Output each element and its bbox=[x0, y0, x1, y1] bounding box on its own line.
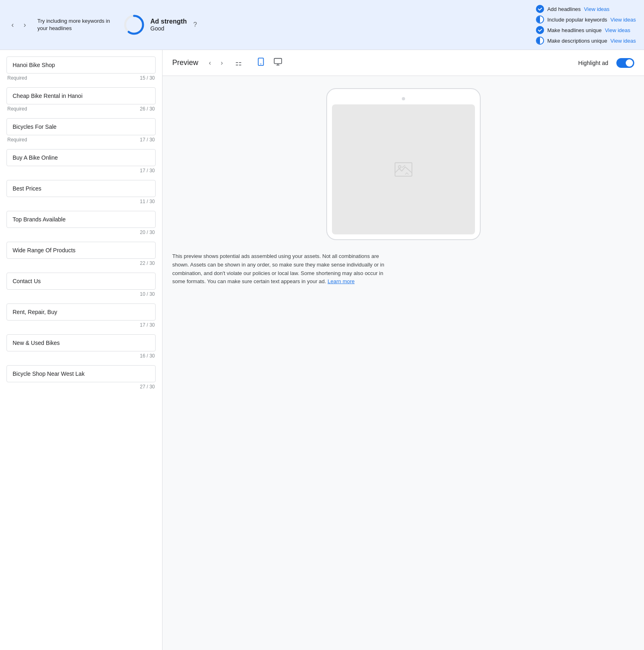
headline-meta-6: 20 / 30 bbox=[7, 228, 156, 240]
headline-required-3: Required bbox=[7, 137, 27, 143]
headline-input-2[interactable] bbox=[7, 87, 156, 104]
headline-meta-5: 11 / 30 bbox=[7, 197, 156, 209]
headline-meta-11: 27 / 30 bbox=[7, 382, 156, 394]
headline-group-8: 10 / 30 bbox=[7, 273, 156, 302]
next-arrow[interactable]: › bbox=[20, 19, 29, 31]
headline-group-3: Required 17 / 30 bbox=[7, 118, 156, 147]
suggestion-unique-headlines: Make headlines unique View ideas bbox=[536, 26, 636, 34]
headline-input-6[interactable] bbox=[7, 211, 156, 228]
headline-input-9[interactable] bbox=[7, 303, 156, 321]
tip-text: Try including more keywords in your head… bbox=[37, 17, 111, 32]
ad-strength-level: Good bbox=[150, 25, 187, 32]
help-icon[interactable]: ? bbox=[193, 21, 197, 28]
suggestion-add-headlines: Add headlines View ideas bbox=[536, 5, 636, 13]
headline-input-10[interactable] bbox=[7, 334, 156, 351]
headline-meta-7: 22 / 30 bbox=[7, 259, 156, 271]
headline-group-5: 11 / 30 bbox=[7, 180, 156, 209]
svg-point-8 bbox=[398, 166, 401, 168]
checkmark-icon-half-2 bbox=[536, 37, 544, 45]
desktop-device-btn[interactable] bbox=[270, 56, 286, 70]
headline-input-3[interactable] bbox=[7, 118, 156, 135]
checkmark-icon-filled-2 bbox=[536, 26, 544, 34]
checkmark-icon-half-1 bbox=[536, 15, 544, 24]
preview-title: Preview bbox=[172, 58, 198, 67]
left-panel: Required 15 / 30 Required 26 / 30 Requir… bbox=[0, 50, 163, 650]
svg-rect-4 bbox=[274, 58, 282, 64]
main-layout: Required 15 / 30 Required 26 / 30 Requir… bbox=[0, 50, 644, 650]
mobile-device-btn[interactable] bbox=[253, 56, 269, 70]
preview-view-btns: ⚏ bbox=[232, 57, 245, 69]
suggestion-label-add-headlines: Add headlines bbox=[547, 6, 581, 12]
headline-count-5: 11 / 30 bbox=[140, 199, 155, 204]
headline-meta-2: Required 26 / 30 bbox=[7, 104, 156, 117]
headline-input-11[interactable] bbox=[7, 365, 156, 382]
highlight-label: Highlight ad bbox=[578, 60, 608, 66]
headline-count-9: 17 / 30 bbox=[140, 322, 155, 328]
headline-input-1[interactable] bbox=[7, 56, 156, 74]
suggestion-popular-keywords: Include popular keywords View ideas bbox=[536, 15, 636, 24]
circle-progress bbox=[123, 13, 145, 36]
tablet-mockup bbox=[326, 88, 481, 240]
headline-group-1: Required 15 / 30 bbox=[7, 56, 156, 86]
headline-count-11: 27 / 30 bbox=[140, 384, 155, 390]
view-ideas-link-unique-descriptions[interactable]: View ideas bbox=[610, 38, 636, 44]
prev-arrow[interactable]: ‹ bbox=[8, 19, 17, 31]
headline-count-4: 17 / 30 bbox=[140, 168, 155, 173]
headline-required-2: Required bbox=[7, 106, 27, 112]
tablet-screen bbox=[332, 104, 475, 234]
headline-input-5[interactable] bbox=[7, 180, 156, 197]
headline-count-6: 20 / 30 bbox=[140, 230, 155, 235]
headline-meta-10: 16 / 30 bbox=[7, 351, 156, 364]
suggestion-label-popular-keywords: Include popular keywords bbox=[547, 17, 607, 23]
headline-count-7: 22 / 30 bbox=[140, 260, 155, 266]
headline-group-9: 17 / 30 bbox=[7, 303, 156, 333]
headline-group-7: 22 / 30 bbox=[7, 242, 156, 271]
headline-input-7[interactable] bbox=[7, 242, 156, 259]
headline-input-4[interactable] bbox=[7, 149, 156, 166]
headline-meta-1: Required 15 / 30 bbox=[7, 74, 156, 86]
suggestion-label-unique-headlines: Make headlines unique bbox=[547, 27, 602, 33]
headline-group-10: 16 / 30 bbox=[7, 334, 156, 364]
checkmark-icon-filled bbox=[536, 5, 544, 13]
headline-group-2: Required 26 / 30 bbox=[7, 87, 156, 117]
device-btns bbox=[253, 56, 286, 70]
ad-strength-label: Ad strength Good bbox=[150, 18, 187, 32]
top-bar: ‹ › Try including more keywords in your … bbox=[0, 0, 644, 50]
suggestion-label-unique-descriptions: Make descriptions unique bbox=[547, 38, 607, 44]
headline-input-8[interactable] bbox=[7, 273, 156, 290]
learn-more-link[interactable]: Learn more bbox=[327, 278, 354, 284]
view-ideas-link-add-headlines[interactable]: View ideas bbox=[584, 6, 609, 12]
headline-group-11: 27 / 30 bbox=[7, 365, 156, 394]
highlight-toggle[interactable] bbox=[616, 58, 634, 68]
ad-strength-section: Ad strength Good ? bbox=[123, 13, 197, 36]
headline-count-3: 17 / 30 bbox=[140, 137, 155, 143]
view-ideas-link-popular-keywords[interactable]: View ideas bbox=[610, 17, 636, 23]
headline-count-1: 15 / 30 bbox=[140, 75, 155, 81]
broken-image-icon bbox=[393, 159, 414, 180]
nav-arrows: ‹ › bbox=[8, 19, 29, 31]
suggestion-unique-descriptions: Make descriptions unique View ideas bbox=[536, 37, 636, 45]
grid-view-btn[interactable]: ⚏ bbox=[232, 57, 245, 69]
headline-count-10: 16 / 30 bbox=[140, 353, 155, 359]
preview-next-btn[interactable]: › bbox=[218, 58, 225, 68]
tablet-camera bbox=[402, 97, 405, 100]
headline-group-4: 17 / 30 bbox=[7, 149, 156, 178]
headline-meta-3: Required 17 / 30 bbox=[7, 135, 156, 147]
headline-group-6: 20 / 30 bbox=[7, 211, 156, 240]
headline-required-1: Required bbox=[7, 75, 27, 81]
suggestions-list: Add headlines View ideas Include popular… bbox=[536, 5, 636, 45]
ad-strength-title: Ad strength bbox=[150, 18, 187, 25]
preview-prev-btn[interactable]: ‹ bbox=[206, 58, 213, 68]
view-ideas-link-unique-headlines[interactable]: View ideas bbox=[605, 27, 631, 33]
right-panel: Preview ‹ › ⚏ bbox=[163, 50, 644, 650]
preview-disclaimer: This preview shows potential ads assembl… bbox=[172, 252, 392, 286]
headline-count-8: 10 / 30 bbox=[140, 291, 155, 297]
headline-meta-8: 10 / 30 bbox=[7, 290, 156, 302]
preview-header: Preview ‹ › ⚏ bbox=[163, 50, 644, 76]
preview-content: This preview shows potential ads assembl… bbox=[163, 76, 644, 298]
headline-meta-9: 17 / 30 bbox=[7, 321, 156, 333]
headline-meta-4: 17 / 30 bbox=[7, 166, 156, 178]
headline-count-2: 26 / 30 bbox=[140, 106, 155, 112]
